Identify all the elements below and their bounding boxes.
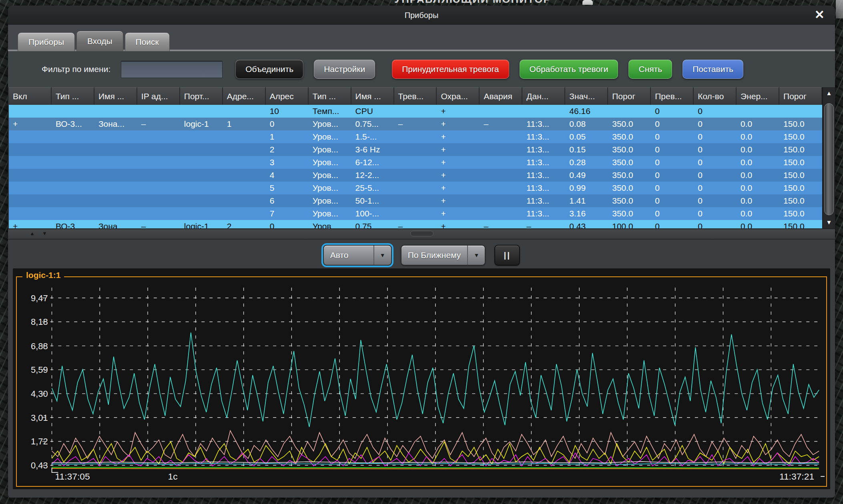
pause-button[interactable]: ||: [494, 245, 520, 266]
dialog-title: Приборы: [405, 11, 439, 20]
cell: [137, 130, 180, 143]
cell: 350.0: [608, 207, 651, 220]
cell: 0: [694, 156, 737, 169]
tab-bar: ПриборыВходыПоиск: [8, 25, 835, 51]
cell: –: [137, 118, 180, 130]
cell: 350.0: [608, 156, 651, 169]
column-header[interactable]: Кол-во: [694, 87, 737, 105]
column-header[interactable]: Вкл: [9, 87, 52, 105]
cell: 0: [266, 220, 309, 228]
column-header[interactable]: Дан...: [522, 87, 565, 105]
cell: [94, 156, 137, 169]
column-header[interactable]: Охра...: [437, 87, 480, 105]
splitter-up-icon[interactable]: ▲: [30, 230, 35, 236]
column-header[interactable]: Тип ...: [309, 87, 351, 105]
cell: –: [394, 118, 437, 130]
splitter-handle[interactable]: [410, 231, 434, 236]
cell: +: [437, 105, 480, 118]
cell: [394, 130, 437, 143]
cell: 1: [266, 130, 309, 143]
scale-mode-select[interactable]: Авто ▼: [323, 245, 392, 266]
table-row[interactable]: 4Уров...12-2...+11:3...0.49350.0000.0150…: [9, 169, 822, 182]
table-row[interactable]: 10Темп...CPU+46.1600: [9, 105, 822, 118]
cell: [180, 194, 223, 207]
column-header[interactable]: Энер...: [737, 87, 779, 105]
vertical-scrollbar[interactable]: ▲ ▼: [822, 87, 835, 228]
column-header[interactable]: Имя ...: [351, 87, 394, 105]
tab-search[interactable]: Поиск: [125, 32, 170, 51]
table-row[interactable]: 3Уров...6-12...+11:3...0.28350.0000.0150…: [9, 156, 822, 169]
cell: 6: [266, 194, 309, 207]
settings-button[interactable]: Настройки: [314, 60, 375, 79]
cell: 350.0: [608, 143, 651, 156]
toolbar: Фильтр по имени: ОбъединитьНастройкиПрин…: [8, 51, 835, 87]
column-header[interactable]: Алрес: [266, 87, 309, 105]
toolbar-buttons: ОбъединитьНастройкиПринудительная тревог…: [235, 60, 743, 79]
cell: [394, 207, 437, 220]
merge-button[interactable]: Объединить: [235, 60, 303, 79]
disarm-button[interactable]: Снять: [628, 60, 672, 79]
chart-svg: 9,478,186,885,594,303,011,720,4311:37:05…: [18, 278, 825, 485]
column-header[interactable]: Порт...: [180, 87, 223, 105]
column-header[interactable]: Адре...: [223, 87, 266, 105]
cell: [9, 169, 52, 182]
cell: 0.0: [737, 220, 779, 228]
table-row[interactable]: 6Уров...50-1...+11:3...1.41350.0000.0150…: [9, 194, 822, 207]
table-row[interactable]: +ВО-3Зона–logic-120Уров0.75–+––0.43100.0…: [9, 220, 822, 228]
splitter-arrows: ▲ ▼: [30, 230, 47, 236]
cell: [94, 130, 137, 143]
column-header[interactable]: Прев...: [651, 87, 694, 105]
table-row[interactable]: +ВО-3...Зона...–logic-110Уров...0.75...–…: [9, 118, 822, 130]
cell: 0: [651, 118, 694, 130]
cell: 350.0: [608, 118, 651, 130]
table-row[interactable]: 5Уров...25-5...+11:3...0.99350.0000.0150…: [9, 182, 822, 194]
cell: 12-2...: [351, 169, 394, 182]
cell: 2: [223, 220, 266, 228]
close-icon[interactable]: ✕: [815, 8, 825, 22]
cell: 0.0: [737, 156, 779, 169]
column-header[interactable]: Порог: [779, 87, 822, 105]
cell: [94, 207, 137, 220]
arm-button[interactable]: Поставить: [682, 60, 743, 79]
follow-mode-select[interactable]: По Ближнему ▼: [401, 245, 486, 266]
column-header[interactable]: Трев...: [394, 87, 437, 105]
cell: [480, 169, 522, 182]
scrollbar-thumb[interactable]: [824, 103, 834, 215]
process-alarms-button[interactable]: Обработать тревоги: [520, 60, 618, 79]
cell: +: [437, 143, 480, 156]
scale-mode-value: Авто: [324, 246, 373, 265]
column-header[interactable]: Знач...: [565, 87, 608, 105]
inputs-table: ВклТип ...Имя ...IP ад...Порт...Адре...А…: [9, 87, 822, 228]
cell: [94, 169, 137, 182]
cell: +: [437, 207, 480, 220]
tab-inputs[interactable]: Входы: [76, 31, 123, 51]
cell: [394, 182, 437, 194]
background-window-edge: [836, 0, 843, 18]
cell: 0: [694, 105, 737, 118]
table-row[interactable]: 7Уров...100-...+11:3...3.16350.0000.0150…: [9, 207, 822, 220]
cell: 0: [651, 194, 694, 207]
column-header[interactable]: Имя ...: [94, 87, 137, 105]
filter-input[interactable]: [121, 61, 223, 78]
tab-devices[interactable]: Приборы: [18, 32, 75, 51]
cell: 0.75: [351, 220, 394, 228]
column-header[interactable]: Тип ...: [52, 87, 94, 105]
cell: [180, 169, 223, 182]
column-header[interactable]: IP ад...: [137, 87, 180, 105]
cell: 50-1...: [351, 194, 394, 207]
cell: 46.16: [565, 105, 608, 118]
table-row[interactable]: 2Уров...3-6 Hz+11:3...0.15350.0000.0150.…: [9, 143, 822, 156]
scroll-down-icon[interactable]: ▼: [823, 217, 835, 228]
column-header[interactable]: Авария: [480, 87, 522, 105]
column-header[interactable]: Порог: [608, 87, 651, 105]
splitter-bar[interactable]: ▲ ▼: [8, 228, 835, 240]
cell: 0.08: [565, 118, 608, 130]
svg-text:11:37:05: 11:37:05: [55, 471, 90, 482]
splitter-down-icon[interactable]: ▼: [42, 230, 47, 236]
cell: 350.0: [608, 130, 651, 143]
table-row[interactable]: 1Уров...1.5-...+11:3...0.05350.0000.0150…: [9, 130, 822, 143]
force-alarm-button[interactable]: Принудительная тревога: [392, 60, 509, 79]
clipped-background-text: УПРАВЛЯЮЩИЙ МОНИТОР: [394, 0, 642, 5]
scroll-up-icon[interactable]: ▲: [823, 88, 835, 98]
cell: [180, 182, 223, 194]
